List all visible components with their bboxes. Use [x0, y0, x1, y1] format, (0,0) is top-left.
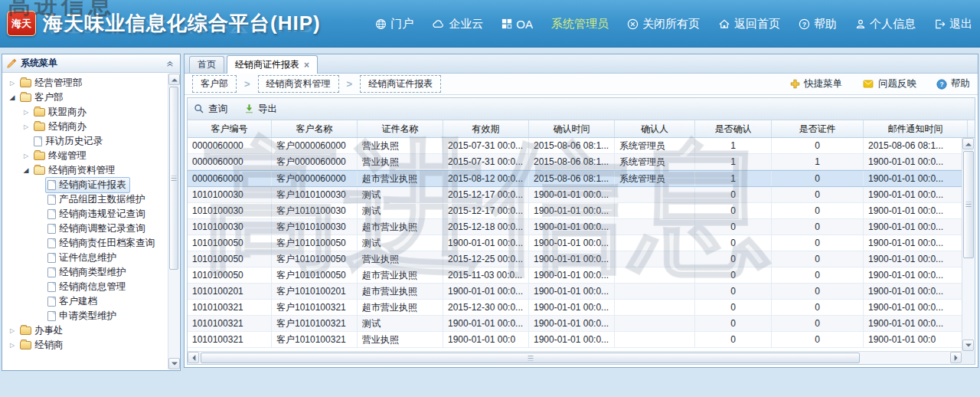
nav-logout[interactable]: 退出 — [934, 17, 972, 31]
sidebar-item-经销商责任田档案查询[interactable]: 经销商责任田档案查询 — [2, 236, 168, 251]
scrollbar-thumb[interactable] — [963, 151, 974, 258]
sidebar-item-经销商资料管理[interactable]: ◢经销商资料管理 — [2, 163, 168, 178]
export-button[interactable]: 导出 — [244, 103, 277, 116]
sidebar-item-产品组团主数据维护[interactable]: 产品组团主数据维护 — [2, 192, 168, 207]
table-row[interactable]: 1010100201客户1010100201超市营业执照1900-01-01 0… — [188, 284, 962, 300]
tree-node[interactable]: 经销商 — [18, 337, 67, 353]
table-row[interactable]: 1010100030客户1010100030超市营业执照2015-12-18 0… — [188, 219, 962, 235]
expand-arrow-icon[interactable]: ▷ — [21, 149, 31, 163]
sidebar-item-客户建档[interactable]: 客户建档 — [2, 294, 168, 309]
sidebar-item-经销商办[interactable]: ▷经销商办 — [2, 120, 168, 134]
tree-node[interactable]: 经销商责任田档案查询 — [45, 235, 158, 251]
column-header[interactable]: 确认时间 — [529, 120, 615, 137]
sidebar-item-拜访历史记录[interactable]: 拜访历史记录 — [2, 134, 168, 149]
table-row[interactable]: 1010100050客户1010100050超市营业执照2015-11-03 0… — [188, 267, 962, 284]
horizontal-scrollbar[interactable] — [188, 351, 962, 364]
table-row[interactable]: 0000060000客户0000060000营业执照2015-07-31 00:… — [188, 154, 962, 170]
scroll-right-icon[interactable] — [950, 352, 962, 363]
tree-node[interactable]: 经销商信息管理 — [45, 279, 130, 295]
scroll-up-icon[interactable] — [962, 138, 974, 149]
column-header[interactable]: 邮件通知时间 — [864, 120, 968, 137]
nav-profile[interactable]: 个人信息 — [855, 17, 916, 31]
tree-node[interactable]: 经销商办 — [31, 119, 90, 135]
sidebar-item-经销商违规登记查询[interactable]: 经销商违规登记查询 — [2, 207, 168, 221]
table-row[interactable]: 0000060000客户0000060000营业执照2015-07-31 00:… — [188, 138, 962, 154]
sidebar-item-证件信息维护[interactable]: 证件信息维护 — [2, 251, 168, 265]
company-logo[interactable]: 海天 — [7, 11, 36, 36]
table-row[interactable]: 1010100321客户1010100321营业执照1900-01-01 00:… — [188, 332, 962, 348]
table-row[interactable]: 1010100050客户1010100050营业执照2015-12-25 00:… — [188, 251, 962, 267]
column-header[interactable]: 客户名称 — [272, 120, 358, 137]
column-header[interactable]: 是否证件 — [772, 120, 864, 137]
help-link[interactable]: ?帮助 — [936, 77, 970, 90]
query-button[interactable]: 查询 — [194, 103, 227, 116]
breadcrumb-item[interactable]: 客户部 — [192, 75, 237, 93]
tab-首页[interactable]: 首页 — [189, 56, 224, 73]
nav-role[interactable]: 系统管理员 — [551, 17, 609, 31]
column-header[interactable]: 证件名称 — [358, 120, 443, 137]
tree-node[interactable]: 经销商调整记录查询 — [45, 221, 149, 237]
table-row[interactable]: 1010100030客户1010100030测试2015-12-17 00:0.… — [188, 187, 962, 203]
tree-node[interactable]: 联盟商办 — [31, 104, 90, 120]
nav-close-all[interactable]: 关闭所有页 — [627, 17, 700, 31]
expand-arrow-icon[interactable]: ◢ — [7, 90, 18, 105]
tree-node[interactable]: 经销商类型维护 — [45, 264, 130, 281]
nav-portal[interactable]: 门户 — [375, 17, 413, 31]
tab-经销商证件报表[interactable]: 经销商证件报表× — [227, 55, 318, 74]
sidebar-item-经销商[interactable]: ▷经销商 — [2, 338, 168, 353]
tree-node[interactable]: 客户建档 — [45, 294, 101, 310]
sidebar-item-终端管理[interactable]: ▷终端管理 — [2, 149, 168, 163]
quick-menu-link[interactable]: 快捷菜单 — [790, 77, 842, 90]
table-row[interactable]: 1010100030客户1010100030测试2015-12-17 00:0.… — [188, 203, 962, 219]
vertical-scrollbar[interactable] — [962, 138, 975, 351]
tree-node[interactable]: 经销商违规登记查询 — [45, 206, 149, 222]
expand-arrow-icon[interactable]: ▷ — [21, 105, 31, 120]
nav-help[interactable]: ?帮助 — [799, 17, 837, 31]
expand-arrow-icon[interactable]: ◢ — [21, 163, 31, 178]
scroll-down-icon[interactable] — [962, 340, 974, 351]
scrollbar-thumb[interactable] — [169, 87, 178, 270]
sidebar-item-经营管理部[interactable]: ▷经营管理部 — [2, 76, 168, 90]
column-header[interactable]: 有效期 — [443, 120, 529, 137]
close-tab-icon[interactable]: × — [304, 61, 309, 70]
scroll-up-icon[interactable] — [168, 74, 180, 85]
tree-node[interactable]: 客户部 — [18, 90, 67, 106]
scrollbar-thumb[interactable] — [201, 353, 860, 363]
nav-oa[interactable]: OA — [501, 18, 533, 31]
tree-node[interactable]: 经销商证件报表 — [45, 177, 130, 193]
table-row[interactable]: 1010100321客户1010100321测试1900-01-01 00:0.… — [188, 316, 962, 332]
tree-node[interactable]: 终端管理 — [31, 148, 90, 164]
sidebar-item-客户部[interactable]: ◢客户部 — [2, 90, 168, 105]
sidebar-item-办事处[interactable]: ▷办事处 — [2, 323, 168, 338]
sidebar-item-经销商类型维护[interactable]: 经销商类型维护 — [2, 265, 168, 280]
expand-arrow-icon[interactable]: ▷ — [7, 323, 18, 338]
scroll-left-icon[interactable] — [188, 352, 199, 363]
column-header[interactable]: 确认人 — [615, 120, 695, 137]
table-row[interactable]: 1010100050客户1010100050测试1900-01-01 00:0.… — [188, 235, 962, 251]
column-header[interactable]: 是否确认 — [695, 120, 772, 137]
sidebar-item-经销商信息管理[interactable]: 经销商信息管理 — [2, 280, 168, 294]
sidebar-scrollbar[interactable] — [168, 74, 179, 369]
tree-node[interactable]: 拜访历史记录 — [31, 133, 106, 149]
sidebar-item-申请类型维护[interactable]: 申请类型维护 — [2, 309, 168, 323]
nav-cloud[interactable]: 企业云 — [432, 17, 483, 31]
sidebar-item-经销商证件报表[interactable]: 经销商证件报表 — [2, 178, 168, 192]
tree-node[interactable]: 证件信息维护 — [45, 250, 120, 266]
nav-home[interactable]: 返回首页 — [718, 17, 780, 31]
tree-node[interactable]: 办事处 — [18, 323, 67, 339]
tree-node[interactable]: 申请类型维护 — [45, 308, 120, 324]
expand-arrow-icon[interactable]: ▷ — [21, 120, 31, 134]
tree-node[interactable]: 经营管理部 — [18, 75, 87, 91]
table-row[interactable]: 1010100321客户1010100321超市营业执照2015-12-30 0… — [188, 300, 962, 316]
tree-node[interactable]: 经销商资料管理 — [31, 162, 119, 179]
scroll-down-icon[interactable] — [168, 358, 180, 369]
sidebar-item-联盟商办[interactable]: ▷联盟商办 — [2, 105, 168, 120]
expand-arrow-icon[interactable]: ▷ — [7, 76, 18, 90]
table-row[interactable]: 0000060000客户0000060000超市营业执照2015-08-12 0… — [188, 170, 962, 187]
column-header[interactable]: 客户编号 — [188, 120, 272, 137]
breadcrumb-item[interactable]: 经销商资料管理 — [258, 75, 339, 93]
expand-arrow-icon[interactable]: ▷ — [7, 338, 18, 353]
collapse-panel-icon[interactable] — [164, 57, 176, 70]
tree-node[interactable]: 产品组团主数据维护 — [45, 192, 149, 208]
breadcrumb-item[interactable]: 经销商证件报表 — [360, 75, 441, 93]
